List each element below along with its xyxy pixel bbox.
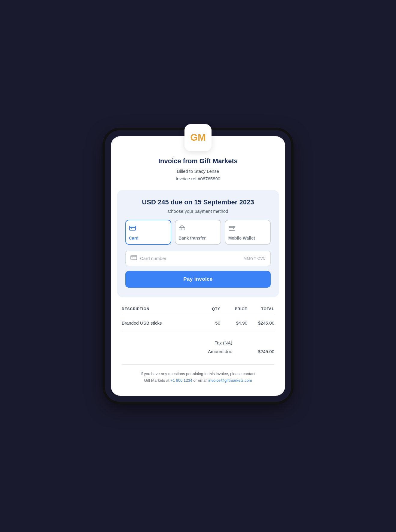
phone-frame: GM Invoice from Gift Markets Billed to S… xyxy=(105,130,291,402)
cell-qty: 50 xyxy=(196,320,220,326)
logo-wrapper: GM xyxy=(111,124,285,151)
invoice-billed-to: Billed to Stacy Lense Invoice ref #08765… xyxy=(123,167,273,183)
payment-methods: Card Bank transfer xyxy=(125,220,271,245)
tax-label: Tax (NA) xyxy=(215,340,232,345)
footer-or: or email xyxy=(192,378,208,383)
payment-section: USD 245 due on 15 September 2023 Choose … xyxy=(117,190,279,297)
invoice-title: Invoice from Gift Markets xyxy=(123,157,273,165)
invoice-card: GM Invoice from Gift Markets Billed to S… xyxy=(111,136,285,396)
cell-total: $245.00 xyxy=(247,320,274,326)
amount-due-table-value: $245.00 xyxy=(250,349,274,354)
pay-invoice-button[interactable]: Pay invoice xyxy=(125,271,271,288)
amount-due-row: Amount due $245.00 xyxy=(122,347,274,356)
svg-rect-0 xyxy=(129,226,136,230)
footer-phone[interactable]: +1 800 1234 xyxy=(170,378,192,383)
method-card-wallet[interactable]: Mobile Wallet xyxy=(225,220,271,245)
method-bank-label: Bank transfer xyxy=(178,236,206,240)
footer-text: If you have any questions pertaining to … xyxy=(111,371,285,384)
invoice-table: DESCRIPTION QTY PRICE TOTAL Branded USB … xyxy=(111,297,285,338)
totals-section: Tax (NA) Amount due $245.00 xyxy=(111,338,285,358)
logo-box: GM xyxy=(184,124,212,151)
tax-row: Tax (NA) xyxy=(122,338,274,347)
method-card-card[interactable]: Card xyxy=(125,220,171,245)
invoice-header: Invoice from Gift Markets Billed to Stac… xyxy=(111,157,285,190)
method-wallet-label: Mobile Wallet xyxy=(228,236,255,240)
footer-text-line1: If you have any questions pertaining to … xyxy=(141,371,255,376)
choose-method-label: Choose your payment method xyxy=(125,209,271,214)
expiry-cvc-placeholder: MM/YY CVC xyxy=(244,256,266,261)
amount-due-table-label: Amount due xyxy=(208,349,232,354)
card-number-placeholder: Card number xyxy=(140,256,241,261)
bank-icon xyxy=(178,225,186,233)
amount-due-label: USD 245 due on 15 September 2023 xyxy=(125,198,271,206)
wallet-icon xyxy=(228,225,236,233)
logo-initials: GM xyxy=(190,132,206,143)
svg-rect-3 xyxy=(229,226,235,231)
footer-divider xyxy=(122,364,274,365)
col-total: TOTAL xyxy=(247,307,274,311)
col-qty: QTY xyxy=(196,307,220,311)
col-description: DESCRIPTION xyxy=(122,307,196,311)
card-input-icon xyxy=(130,255,137,261)
tax-value xyxy=(250,340,274,345)
col-price: PRICE xyxy=(220,307,247,311)
footer-text-company: Gift Markets at xyxy=(144,378,170,383)
cell-description: Branded USB sticks xyxy=(122,320,196,326)
method-card-label: Card xyxy=(129,236,139,240)
card-input-row[interactable]: Card number MM/YY CVC xyxy=(125,251,271,266)
table-divider-bottom xyxy=(122,331,274,331)
cell-price: $4.90 xyxy=(220,320,247,326)
table-row: Branded USB sticks 50 $4.90 $245.00 xyxy=(122,315,274,331)
table-header: DESCRIPTION QTY PRICE TOTAL xyxy=(122,307,274,315)
card-icon xyxy=(129,225,136,233)
footer-email[interactable]: invoice@giftmarkets.com xyxy=(208,378,252,383)
method-card-bank[interactable]: Bank transfer xyxy=(175,220,221,245)
